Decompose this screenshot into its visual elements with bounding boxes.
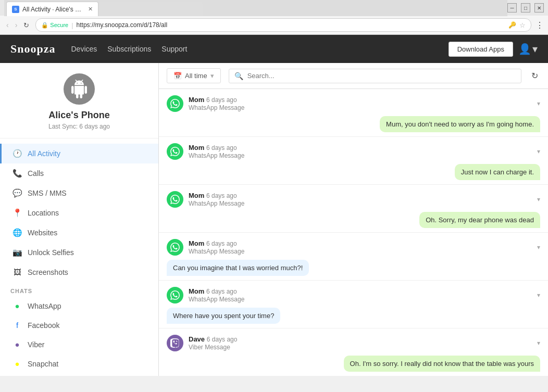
app-navbar: Snoopza Devices Subscriptions Support Do… — [0, 35, 548, 63]
content-toolbar: 📅 All time ▾ 🔍 ↻ — [159, 63, 548, 89]
message-chevron[interactable]: ▾ — [537, 339, 540, 347]
content-area: 📅 All time ▾ 🔍 ↻ Mom 6 days ago Whats — [159, 63, 548, 376]
sidebar-item-whatsapp[interactable]: ● WhatsApp — [0, 296, 158, 315]
lock-icon: 🔒 — [41, 22, 48, 29]
sidebar-item-calls[interactable]: 📞 Calls — [0, 163, 158, 183]
sidebar-item-websites[interactable]: 🌐 Websites — [0, 223, 158, 243]
browser-tab[interactable]: S All Activity · Alice's Phon... ✕ — [6, 2, 98, 16]
user-chevron: ▾ — [532, 43, 538, 55]
message-type: WhatsApp Message — [189, 104, 532, 111]
sidebar-label-locations: Locations — [28, 209, 59, 217]
sidebar-label-all-activity: All Activity — [28, 149, 60, 158]
window-close-btn[interactable]: ✕ — [534, 3, 544, 12]
message-chevron[interactable]: ▾ — [537, 148, 540, 155]
message-type: Viber Message — [189, 344, 532, 351]
messages-list: Mom 6 days ago WhatsApp Message ▾ Mum, y… — [159, 89, 548, 376]
search-icon: 🔍 — [234, 72, 243, 80]
star-icon[interactable]: ☆ — [519, 21, 526, 29]
refresh-btn[interactable]: ↻ — [529, 69, 540, 83]
message-chevron[interactable]: ▾ — [537, 292, 540, 299]
browser-menu-btn[interactable]: ⋮ — [535, 20, 544, 30]
camera-icon: 📷 — [12, 248, 22, 257]
whatsapp-app-icon — [167, 95, 183, 112]
sms-icon: 💬 — [12, 188, 22, 198]
whatsapp-app-icon — [167, 287, 183, 304]
message-type: WhatsApp Message — [189, 248, 532, 255]
nav-devices[interactable]: Devices — [71, 43, 97, 55]
sidebar-item-sms[interactable]: 💬 SMS / MMS — [0, 183, 158, 203]
message-sender: Mom 6 days ago — [189, 96, 532, 104]
message-entry: Dave 6 days ago Viber Message ▾ Oh. I'm … — [159, 328, 548, 376]
sidebar: Alice's Phone Last Sync: 6 days ago 🕐 Al… — [0, 63, 159, 376]
globe-icon: 🌐 — [12, 228, 22, 237]
message-bubble: Can you imagine that I was worried much?… — [167, 260, 309, 276]
sidebar-label-websites: Websites — [28, 229, 57, 237]
sidebar-label-screenshots: Screenshots — [28, 268, 68, 276]
filter-label: All time — [185, 72, 207, 80]
nav-support[interactable]: Support — [161, 43, 187, 55]
sidebar-item-unlock-selfies[interactable]: 📷 Unlock Selfies — [0, 243, 158, 262]
key-icon: 🔑 — [508, 21, 516, 29]
sidebar-item-snapchat[interactable]: ● Snapchat — [0, 354, 158, 373]
message-entry: Mom 6 days ago WhatsApp Message ▾ Oh. So… — [159, 185, 548, 233]
device-name: Alice's Phone — [48, 110, 109, 121]
user-menu-btn[interactable]: 👤 ▾ — [518, 43, 538, 55]
device-avatar — [64, 73, 95, 105]
sidebar-label-snapchat: Snapchat — [28, 360, 58, 368]
chats-section-label: CHATS — [0, 282, 158, 296]
sidebar-item-facebook[interactable]: f Facebook — [0, 315, 158, 335]
tab-title: All Activity · Alice's Phon... — [22, 6, 85, 13]
user-avatar-icon: 👤 — [518, 43, 531, 55]
message-chevron[interactable]: ▾ — [537, 196, 540, 203]
message-bubble: Where have you spent your time? — [167, 308, 280, 324]
message-chevron[interactable]: ▾ — [537, 244, 540, 251]
url-display[interactable]: https://my.snoopza.com/d/178/all — [77, 21, 505, 29]
message-bubble: Oh. Sorry, my dear phone was dead — [419, 212, 540, 228]
sidebar-label-sms: SMS / MMS — [28, 189, 67, 197]
message-sender: Dave 6 days ago — [189, 335, 532, 343]
message-entry: Mom 6 days ago WhatsApp Message ▾ Mum, y… — [159, 89, 548, 137]
tab-close-btn[interactable]: ✕ — [88, 6, 93, 12]
message-meta: Dave 6 days ago Viber Message — [189, 335, 532, 351]
phone-icon: 📞 — [12, 169, 22, 178]
message-bubble: Just now I can charge it. — [455, 164, 540, 180]
android-icon — [70, 80, 89, 98]
sidebar-label-viber: Viber — [28, 340, 44, 349]
whatsapp-icon: ● — [12, 301, 22, 310]
sidebar-label-facebook: Facebook — [28, 321, 59, 330]
message-meta: Mom 6 days ago WhatsApp Message — [189, 239, 532, 255]
message-chevron[interactable]: ▾ — [537, 100, 540, 107]
nav-subscriptions[interactable]: Subscriptions — [107, 43, 151, 55]
message-meta: Mom 6 days ago WhatsApp Message — [189, 144, 532, 159]
facebook-icon: f — [12, 321, 22, 330]
sidebar-item-viber[interactable]: ● Viber — [0, 335, 158, 354]
window-minimize-btn[interactable]: ─ — [507, 3, 517, 12]
sidebar-item-locations[interactable]: 📍 Locations — [0, 203, 158, 223]
time-filter-btn[interactable]: 📅 All time ▾ — [167, 68, 221, 83]
message-bubble: Mum, you don't need to worry as I'm goin… — [380, 116, 540, 132]
message-entry: Mom 6 days ago WhatsApp Message ▾ Can yo… — [159, 233, 548, 281]
message-meta: Mom 6 days ago WhatsApp Message — [189, 96, 532, 111]
sidebar-item-all-activity[interactable]: 🕐 All Activity — [0, 144, 158, 163]
sidebar-item-screenshots[interactable]: 🖼 Screenshots — [0, 262, 158, 282]
message-bubble: Oh. I'm so sorry. I really did not know … — [344, 356, 540, 372]
window-restore-btn[interactable]: □ — [521, 3, 530, 12]
download-apps-btn[interactable]: Download Apps — [449, 42, 513, 57]
message-type: WhatsApp Message — [189, 152, 532, 159]
reload-btn[interactable]: ↻ — [21, 20, 31, 30]
forward-btn[interactable]: › — [13, 20, 20, 30]
screenshot-icon: 🖼 — [12, 268, 22, 276]
sidebar-label-unlock-selfies: Unlock Selfies — [28, 248, 74, 257]
message-type: WhatsApp Message — [189, 296, 532, 303]
logo: Snoopza — [10, 42, 55, 56]
sidebar-label-whatsapp: WhatsApp — [28, 302, 61, 310]
back-btn[interactable]: ‹ — [4, 20, 11, 30]
whatsapp-app-icon — [167, 143, 183, 160]
sidebar-nav: 🕐 All Activity 📞 Calls 💬 SMS / MMS 📍 Loc… — [0, 138, 158, 376]
search-input[interactable] — [247, 72, 516, 80]
search-box: 🔍 — [229, 69, 521, 83]
whatsapp-app-icon — [167, 191, 183, 208]
message-meta: Mom 6 days ago WhatsApp Message — [189, 287, 532, 303]
message-meta: Mom 6 days ago WhatsApp Message — [189, 192, 532, 207]
sidebar-label-calls: Calls — [28, 169, 44, 178]
